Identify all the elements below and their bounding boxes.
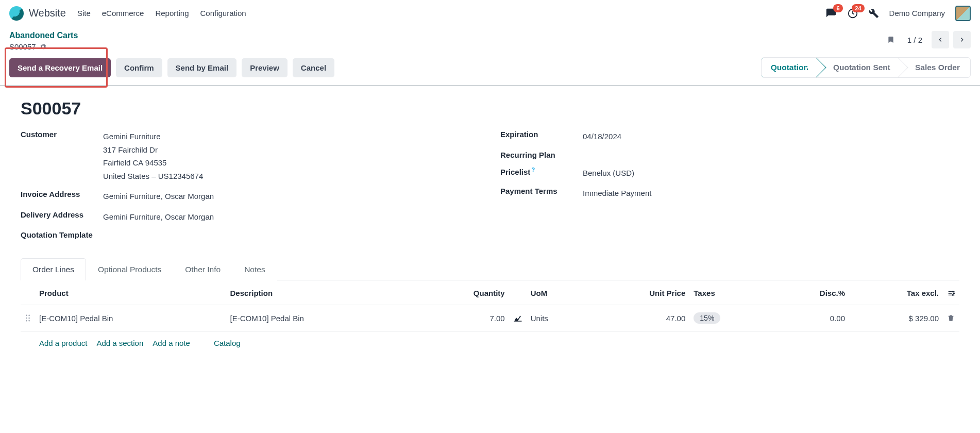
col-unit-price[interactable]: Unit Price bbox=[586, 281, 689, 305]
breadcrumb-parent[interactable]: Abandoned Carts bbox=[9, 31, 78, 40]
stage-quotation[interactable]: Quotation bbox=[761, 57, 819, 78]
col-product[interactable]: Product bbox=[35, 281, 226, 305]
menu-ecommerce[interactable]: eCommerce bbox=[102, 6, 144, 21]
stage-quotation-sent[interactable]: Quotation Sent bbox=[819, 58, 901, 77]
tabs: Order Lines Optional Products Other Info… bbox=[21, 258, 959, 280]
svg-point-1 bbox=[952, 291, 953, 292]
pager: 1 / 2 bbox=[887, 31, 971, 48]
col-tax-excl[interactable]: Tax excl. bbox=[849, 281, 943, 305]
cell-description[interactable]: [E-COM10] Pedal Bin bbox=[226, 305, 417, 331]
app-logo-icon[interactable] bbox=[9, 6, 24, 21]
app-title[interactable]: Website bbox=[29, 7, 66, 19]
customer-country: United States – US12345674 bbox=[103, 170, 203, 183]
menu-reporting[interactable]: Reporting bbox=[155, 6, 189, 21]
svg-point-5 bbox=[28, 314, 30, 316]
status-bar: Quotation Quotation Sent Sales Order bbox=[761, 57, 971, 78]
stage-sales-order[interactable]: Sales Order bbox=[901, 58, 970, 77]
add-note-link[interactable]: Add a note bbox=[153, 339, 190, 347]
add-product-link[interactable]: Add a product bbox=[39, 339, 87, 347]
pager-next[interactable] bbox=[953, 31, 971, 48]
forecast-icon[interactable] bbox=[509, 305, 527, 331]
settings-icon[interactable] bbox=[869, 8, 879, 19]
label-expiration: Expiration bbox=[500, 130, 583, 143]
cell-product[interactable]: [E-COM10] Pedal Bin bbox=[35, 305, 226, 331]
subheader: Abandoned Carts S00057 1 / 2 bbox=[0, 27, 980, 52]
add-row-actions: Add a product Add a section Add a note C… bbox=[21, 331, 959, 347]
action-bar: Send a Recovery Email Confirm Send by Em… bbox=[0, 52, 980, 86]
tab-notes[interactable]: Notes bbox=[232, 258, 277, 280]
customer-name: Gemini Furniture bbox=[103, 130, 203, 143]
cell-quantity[interactable]: 7.00 bbox=[417, 305, 509, 331]
svg-point-9 bbox=[28, 320, 30, 322]
confirm-button[interactable]: Confirm bbox=[116, 58, 162, 77]
catalog-link[interactable]: Catalog bbox=[214, 339, 241, 347]
activities-badge: 24 bbox=[852, 4, 864, 12]
cell-unit-price[interactable]: 47.00 bbox=[586, 305, 689, 331]
record-title: S00057 bbox=[21, 98, 959, 119]
send-recovery-button[interactable]: Send a Recovery Email bbox=[9, 58, 111, 77]
svg-point-3 bbox=[952, 294, 953, 295]
cell-disc[interactable]: 0.00 bbox=[771, 305, 849, 331]
value-customer[interactable]: Gemini Furniture 317 Fairchild Dr Fairfi… bbox=[103, 130, 203, 182]
help-icon[interactable]: ? bbox=[531, 166, 535, 173]
gear-icon[interactable] bbox=[39, 43, 47, 51]
tab-optional-products[interactable]: Optional Products bbox=[86, 258, 173, 280]
menu-configuration[interactable]: Configuration bbox=[200, 6, 246, 21]
company-name[interactable]: Demo Company bbox=[889, 9, 945, 18]
customer-city: Fairfield CA 94535 bbox=[103, 156, 203, 170]
value-payment-terms[interactable]: Immediate Payment bbox=[583, 187, 651, 200]
svg-point-8 bbox=[26, 320, 27, 322]
label-quotation-template: Quotation Template bbox=[21, 230, 103, 239]
form-right-column: Expiration 04/18/2024 Recurring Plan Pri… bbox=[500, 130, 959, 246]
bookmark-icon[interactable] bbox=[887, 35, 895, 44]
value-delivery-address[interactable]: Gemini Furniture, Oscar Morgan bbox=[103, 210, 214, 224]
label-recurring-plan: Recurring Plan bbox=[500, 151, 583, 159]
order-line-row[interactable]: [E-COM10] Pedal Bin [E-COM10] Pedal Bin … bbox=[21, 305, 959, 331]
tab-other-info[interactable]: Other Info bbox=[173, 258, 232, 280]
label-pricelist: Pricelist? bbox=[500, 166, 583, 180]
cell-uom[interactable]: Units bbox=[527, 305, 587, 331]
nav-right: 6 24 Demo Company bbox=[825, 6, 971, 21]
send-email-button[interactable]: Send by Email bbox=[167, 58, 237, 77]
svg-point-2 bbox=[953, 293, 954, 294]
add-section-link[interactable]: Add a section bbox=[96, 339, 143, 347]
cell-tax-excl[interactable]: $ 329.00 bbox=[849, 305, 943, 331]
label-invoice-address: Invoice Address bbox=[21, 190, 103, 203]
menu-site[interactable]: Site bbox=[77, 6, 91, 21]
tax-badge: 15% bbox=[694, 312, 720, 324]
customer-street: 317 Fairchild Dr bbox=[103, 143, 203, 157]
value-expiration[interactable]: 04/18/2024 bbox=[583, 130, 621, 143]
label-customer: Customer bbox=[21, 130, 103, 182]
messages-icon[interactable]: 6 bbox=[825, 8, 837, 19]
pager-prev[interactable] bbox=[932, 31, 949, 48]
order-lines-table: Product Description Quantity UoM Unit Pr… bbox=[21, 281, 959, 331]
cancel-button[interactable]: Cancel bbox=[293, 58, 334, 77]
cell-taxes[interactable]: 15% bbox=[689, 305, 771, 331]
label-payment-terms: Payment Terms bbox=[500, 187, 583, 200]
svg-point-7 bbox=[28, 318, 30, 319]
svg-point-4 bbox=[26, 314, 27, 316]
top-nav: Website Site eCommerce Reporting Configu… bbox=[0, 0, 980, 27]
form-left-column: Customer Gemini Furniture 317 Fairchild … bbox=[21, 130, 480, 246]
label-delivery-address: Delivery Address bbox=[21, 210, 103, 224]
delete-line-icon[interactable] bbox=[943, 305, 959, 331]
col-quantity[interactable]: Quantity bbox=[417, 281, 509, 305]
value-pricelist[interactable]: Benelux (USD) bbox=[583, 166, 634, 180]
preview-button[interactable]: Preview bbox=[242, 58, 288, 77]
column-options-icon[interactable] bbox=[943, 281, 959, 305]
breadcrumb-record: S00057 bbox=[9, 42, 36, 51]
main-menu: Site eCommerce Reporting Configuration bbox=[77, 6, 246, 21]
user-avatar[interactable] bbox=[955, 6, 971, 21]
messages-badge: 6 bbox=[833, 4, 842, 12]
drag-handle-icon[interactable] bbox=[21, 305, 35, 331]
activities-icon[interactable]: 24 bbox=[847, 8, 858, 19]
col-disc[interactable]: Disc.% bbox=[771, 281, 849, 305]
col-taxes[interactable]: Taxes bbox=[689, 281, 771, 305]
col-description[interactable]: Description bbox=[226, 281, 417, 305]
pager-text[interactable]: 1 / 2 bbox=[902, 36, 927, 44]
svg-point-6 bbox=[26, 318, 27, 319]
form-sheet: S00057 Customer Gemini Furniture 317 Fai… bbox=[0, 86, 980, 347]
col-uom[interactable]: UoM bbox=[527, 281, 587, 305]
tab-order-lines[interactable]: Order Lines bbox=[21, 258, 86, 280]
value-invoice-address[interactable]: Gemini Furniture, Oscar Morgan bbox=[103, 190, 214, 203]
